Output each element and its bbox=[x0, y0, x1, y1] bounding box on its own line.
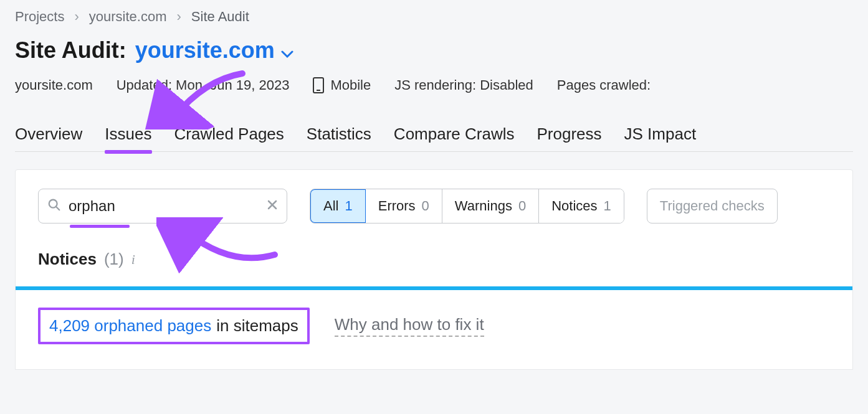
breadcrumb: Projects › yoursite.com › Site Audit bbox=[15, 9, 853, 25]
notices-label: Notices bbox=[38, 250, 97, 269]
meta-device-label: Mobile bbox=[330, 77, 371, 93]
issues-panel: All 1 Errors 0 Warnings 0 Notices 1 bbox=[15, 169, 853, 370]
filter-notices-label: Notices bbox=[551, 198, 597, 214]
annotation-underline bbox=[70, 225, 130, 228]
tab-issues[interactable]: Issues bbox=[105, 125, 151, 144]
domain-name: yoursite.com bbox=[135, 37, 275, 64]
info-icon[interactable]: i bbox=[131, 252, 135, 268]
tab-statistics[interactable]: Statistics bbox=[307, 125, 371, 144]
orphaned-pages-link[interactable]: 4,209 orphaned pages bbox=[49, 316, 211, 336]
chevron-right-icon: › bbox=[74, 9, 79, 25]
why-how-fix-link[interactable]: Why and how to fix it bbox=[335, 315, 484, 337]
tab-crawled-pages[interactable]: Crawled Pages bbox=[174, 125, 284, 144]
notice-result-row: 4,209 orphaned pages in sitemaps Why and… bbox=[16, 290, 852, 369]
page-title-row: Site Audit: yoursite.com bbox=[15, 37, 853, 64]
domain-dropdown[interactable]: yoursite.com bbox=[135, 37, 293, 64]
meta-device: Mobile bbox=[313, 77, 371, 93]
tab-compare-crawls[interactable]: Compare Crawls bbox=[394, 125, 515, 144]
tab-progress[interactable]: Progress bbox=[537, 125, 601, 144]
notices-count: (1) bbox=[104, 250, 124, 269]
svg-line-1 bbox=[56, 207, 60, 210]
chevron-right-icon: › bbox=[177, 9, 181, 25]
meta-js-rendering: JS rendering: Disabled bbox=[394, 77, 533, 93]
tabs: Overview Issues Crawled Pages Statistics… bbox=[15, 125, 853, 152]
triggered-checks-dropdown[interactable]: Triggered checks bbox=[647, 189, 778, 223]
breadcrumb-current: Site Audit bbox=[191, 9, 249, 25]
meta-domain: yoursite.com bbox=[15, 77, 93, 93]
mobile-icon bbox=[313, 77, 324, 93]
filter-row: All 1 Errors 0 Warnings 0 Notices 1 bbox=[38, 189, 830, 223]
clear-icon[interactable] bbox=[267, 198, 278, 214]
meta-pages-crawled: Pages crawled: bbox=[557, 77, 651, 93]
filter-warnings[interactable]: Warnings 0 bbox=[442, 189, 539, 223]
filter-all-label: All bbox=[323, 198, 338, 214]
search-icon bbox=[47, 198, 61, 214]
breadcrumb-domain[interactable]: yoursite.com bbox=[89, 9, 167, 25]
filter-errors-count: 0 bbox=[422, 198, 429, 214]
annotation-arrow-icon bbox=[143, 67, 255, 129]
filter-notices-count: 1 bbox=[604, 198, 611, 214]
search-input[interactable] bbox=[69, 197, 259, 215]
filter-errors-label: Errors bbox=[378, 198, 416, 214]
filter-warnings-count: 0 bbox=[518, 198, 526, 214]
meta-updated: Updated: Mon, Jun 19, 2023 bbox=[117, 77, 290, 93]
notices-section-header: Notices (1) i bbox=[38, 250, 830, 269]
filter-notices[interactable]: Notices 1 bbox=[539, 189, 624, 223]
triggered-checks-label: Triggered checks bbox=[660, 198, 765, 214]
meta-row: yoursite.com Updated: Mon, Jun 19, 2023 … bbox=[15, 77, 853, 93]
chevron-down-icon bbox=[281, 39, 293, 65]
breadcrumb-projects[interactable]: Projects bbox=[15, 9, 64, 25]
search-box[interactable] bbox=[38, 189, 287, 223]
page-title: Site Audit: bbox=[15, 37, 126, 64]
filter-pill-group: All 1 Errors 0 Warnings 0 Notices 1 bbox=[310, 189, 624, 223]
annotation-highlight-box: 4,209 orphaned pages in sitemaps bbox=[38, 308, 310, 344]
filter-all-count: 1 bbox=[345, 198, 352, 214]
tab-overview[interactable]: Overview bbox=[15, 125, 82, 144]
filter-errors[interactable]: Errors 0 bbox=[366, 189, 442, 223]
orphaned-pages-text: in sitemaps bbox=[216, 316, 298, 336]
tab-js-impact[interactable]: JS Impact bbox=[624, 125, 697, 144]
filter-all[interactable]: All 1 bbox=[310, 189, 366, 223]
filter-warnings-label: Warnings bbox=[455, 198, 512, 214]
